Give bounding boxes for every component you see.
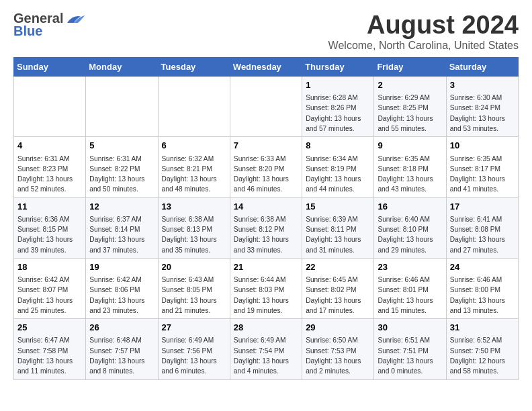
day-number: 18 (17, 261, 82, 273)
day-number: 21 (234, 261, 298, 273)
calendar-cell: 29Sunrise: 6:50 AM Sunset: 7:53 PM Dayli… (302, 319, 374, 379)
day-number: 23 (378, 261, 442, 273)
day-info: Sunrise: 6:30 AM Sunset: 8:24 PM Dayligh… (450, 94, 505, 132)
day-number: 22 (306, 261, 370, 273)
day-number: 3 (450, 79, 515, 91)
header: General Blue August 2024 Welcome, North … (13, 11, 519, 52)
day-number: 19 (89, 261, 154, 273)
calendar-cell: 27Sunrise: 6:49 AM Sunset: 7:56 PM Dayli… (158, 319, 230, 379)
header-thursday: Thursday (302, 58, 374, 77)
location-title: Welcome, North Carolina, United States (328, 40, 519, 52)
day-info: Sunrise: 6:34 AM Sunset: 8:19 PM Dayligh… (306, 155, 361, 193)
calendar-cell: 21Sunrise: 6:44 AM Sunset: 8:03 PM Dayli… (230, 258, 302, 318)
day-info: Sunrise: 6:29 AM Sunset: 8:25 PM Dayligh… (378, 94, 433, 132)
day-info: Sunrise: 6:51 AM Sunset: 7:51 PM Dayligh… (378, 336, 433, 375)
calendar-cell: 26Sunrise: 6:48 AM Sunset: 7:57 PM Dayli… (86, 319, 158, 379)
calendar-cell: 14Sunrise: 6:38 AM Sunset: 8:12 PM Dayli… (230, 197, 302, 258)
day-number: 5 (89, 140, 154, 152)
calendar-cell: 19Sunrise: 6:42 AM Sunset: 8:06 PM Dayli… (86, 258, 158, 318)
day-number: 29 (306, 322, 370, 334)
day-info: Sunrise: 6:50 AM Sunset: 7:53 PM Dayligh… (306, 336, 361, 375)
day-number: 15 (306, 201, 370, 213)
day-info: Sunrise: 6:28 AM Sunset: 8:26 PM Dayligh… (306, 94, 361, 132)
day-number: 24 (450, 261, 515, 273)
day-number: 30 (378, 322, 442, 334)
day-info: Sunrise: 6:42 AM Sunset: 8:07 PM Dayligh… (17, 276, 73, 314)
logo-bird-icon (64, 12, 86, 26)
day-number: 11 (17, 201, 82, 213)
day-number: 28 (234, 322, 298, 334)
week-row-5: 25Sunrise: 6:47 AM Sunset: 7:58 PM Dayli… (14, 319, 519, 379)
day-number: 26 (89, 322, 154, 334)
calendar-cell: 8Sunrise: 6:34 AM Sunset: 8:19 PM Daylig… (302, 137, 374, 197)
day-info: Sunrise: 6:47 AM Sunset: 7:58 PM Dayligh… (17, 336, 73, 375)
day-info: Sunrise: 6:42 AM Sunset: 8:06 PM Dayligh… (89, 276, 144, 314)
day-info: Sunrise: 6:38 AM Sunset: 8:13 PM Dayligh… (162, 216, 217, 254)
calendar-cell (14, 77, 86, 137)
day-info: Sunrise: 6:49 AM Sunset: 7:54 PM Dayligh… (234, 336, 289, 375)
calendar-cell: 9Sunrise: 6:35 AM Sunset: 8:18 PM Daylig… (374, 137, 446, 197)
day-info: Sunrise: 6:38 AM Sunset: 8:12 PM Dayligh… (234, 216, 289, 254)
calendar-cell: 7Sunrise: 6:33 AM Sunset: 8:20 PM Daylig… (230, 137, 302, 197)
calendar-table: SundayMondayTuesdayWednesdayThursdayFrid… (13, 57, 519, 380)
week-row-2: 4Sunrise: 6:31 AM Sunset: 8:23 PM Daylig… (14, 137, 519, 197)
calendar-cell: 2Sunrise: 6:29 AM Sunset: 8:25 PM Daylig… (374, 77, 446, 137)
calendar-cell: 18Sunrise: 6:42 AM Sunset: 8:07 PM Dayli… (14, 258, 86, 318)
day-info: Sunrise: 6:46 AM Sunset: 8:00 PM Dayligh… (450, 276, 505, 314)
week-row-3: 11Sunrise: 6:36 AM Sunset: 8:15 PM Dayli… (14, 197, 519, 258)
calendar-cell: 12Sunrise: 6:37 AM Sunset: 8:14 PM Dayli… (86, 197, 158, 258)
title-section: August 2024 Welcome, North Carolina, Uni… (328, 11, 519, 52)
day-number: 12 (89, 201, 154, 213)
day-info: Sunrise: 6:52 AM Sunset: 7:50 PM Dayligh… (450, 336, 505, 375)
week-row-4: 18Sunrise: 6:42 AM Sunset: 8:07 PM Dayli… (14, 258, 519, 318)
calendar-cell (230, 77, 302, 137)
logo: General Blue (13, 11, 86, 39)
calendar-cell: 5Sunrise: 6:31 AM Sunset: 8:22 PM Daylig… (86, 137, 158, 197)
calendar-cell: 17Sunrise: 6:41 AM Sunset: 8:08 PM Dayli… (446, 197, 518, 258)
day-number: 4 (17, 140, 82, 152)
header-tuesday: Tuesday (158, 58, 230, 77)
calendar-cell: 22Sunrise: 6:45 AM Sunset: 8:02 PM Dayli… (302, 258, 374, 318)
day-info: Sunrise: 6:45 AM Sunset: 8:02 PM Dayligh… (306, 276, 361, 314)
calendar-header-row: SundayMondayTuesdayWednesdayThursdayFrid… (14, 58, 519, 77)
day-number: 10 (450, 140, 515, 152)
day-info: Sunrise: 6:31 AM Sunset: 8:23 PM Dayligh… (17, 155, 73, 193)
day-number: 25 (17, 322, 82, 334)
calendar-cell: 6Sunrise: 6:32 AM Sunset: 8:21 PM Daylig… (158, 137, 230, 197)
day-number: 20 (162, 261, 226, 273)
header-wednesday: Wednesday (230, 58, 302, 77)
month-title: August 2024 (328, 11, 519, 40)
day-number: 7 (234, 140, 298, 152)
calendar-cell: 24Sunrise: 6:46 AM Sunset: 8:00 PM Dayli… (446, 258, 518, 318)
day-info: Sunrise: 6:33 AM Sunset: 8:20 PM Dayligh… (234, 155, 289, 193)
logo-blue: Blue (13, 24, 42, 39)
header-monday: Monday (86, 58, 158, 77)
header-saturday: Saturday (446, 58, 518, 77)
day-info: Sunrise: 6:40 AM Sunset: 8:10 PM Dayligh… (378, 216, 433, 254)
day-number: 8 (306, 140, 370, 152)
day-number: 14 (234, 201, 298, 213)
day-info: Sunrise: 6:44 AM Sunset: 8:03 PM Dayligh… (234, 276, 289, 314)
day-info: Sunrise: 6:46 AM Sunset: 8:01 PM Dayligh… (378, 276, 433, 314)
day-info: Sunrise: 6:31 AM Sunset: 8:22 PM Dayligh… (89, 155, 144, 193)
day-info: Sunrise: 6:41 AM Sunset: 8:08 PM Dayligh… (450, 216, 505, 254)
calendar-cell: 15Sunrise: 6:39 AM Sunset: 8:11 PM Dayli… (302, 197, 374, 258)
day-info: Sunrise: 6:49 AM Sunset: 7:56 PM Dayligh… (162, 336, 217, 375)
day-number: 27 (162, 322, 226, 334)
day-info: Sunrise: 6:39 AM Sunset: 8:11 PM Dayligh… (306, 216, 361, 254)
calendar-cell: 13Sunrise: 6:38 AM Sunset: 8:13 PM Dayli… (158, 197, 230, 258)
day-number: 17 (450, 201, 515, 213)
day-info: Sunrise: 6:36 AM Sunset: 8:15 PM Dayligh… (17, 216, 73, 254)
calendar-cell (158, 77, 230, 137)
day-number: 2 (378, 79, 442, 91)
day-number: 9 (378, 140, 442, 152)
calendar-cell: 4Sunrise: 6:31 AM Sunset: 8:23 PM Daylig… (14, 137, 86, 197)
day-number: 16 (378, 201, 442, 213)
day-info: Sunrise: 6:32 AM Sunset: 8:21 PM Dayligh… (162, 155, 217, 193)
day-number: 13 (162, 201, 226, 213)
calendar-cell: 28Sunrise: 6:49 AM Sunset: 7:54 PM Dayli… (230, 319, 302, 379)
calendar-cell: 30Sunrise: 6:51 AM Sunset: 7:51 PM Dayli… (374, 319, 446, 379)
calendar-cell: 31Sunrise: 6:52 AM Sunset: 7:50 PM Dayli… (446, 319, 518, 379)
day-info: Sunrise: 6:43 AM Sunset: 8:05 PM Dayligh… (162, 276, 217, 314)
calendar-cell: 20Sunrise: 6:43 AM Sunset: 8:05 PM Dayli… (158, 258, 230, 318)
